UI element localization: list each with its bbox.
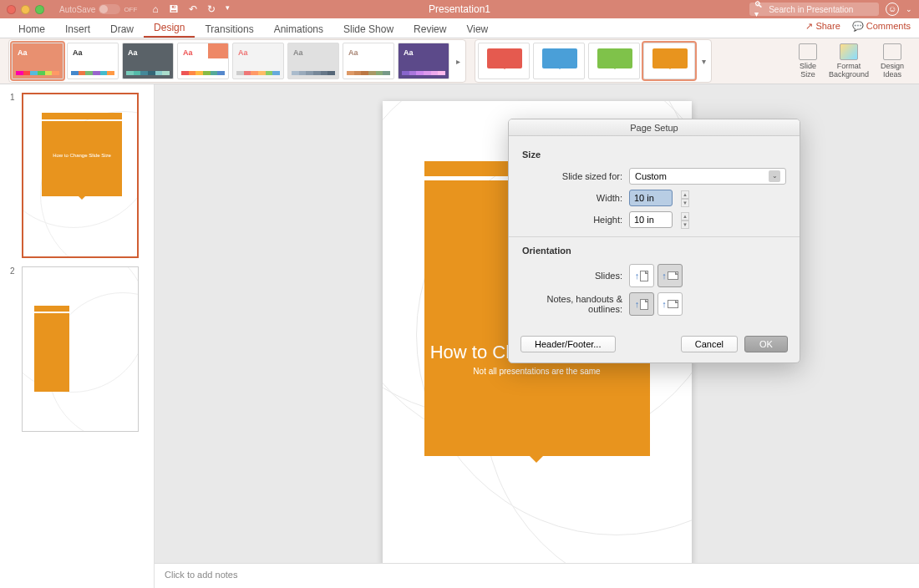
cancel-button[interactable]: Cancel [681,336,738,352]
notes-landscape-button[interactable]: ↑ [658,292,683,316]
titlebar: AutoSave OFF ⌂ 💾︎ ↶ ↻ ▾ Presentation1 🔍︎… [0,0,919,18]
variants-more-icon[interactable]: ▾ [698,57,708,66]
variant-3[interactable] [588,43,640,79]
notes-orient-label: Notes, handouts & outlines: [522,294,629,314]
search-box[interactable]: 🔍︎▾ [749,3,879,16]
slide-number: 2 [10,266,17,432]
document-title: Presentation1 [429,3,490,15]
tab-design[interactable]: Design [144,18,195,38]
share-button[interactable]: ↗ Share [805,21,840,32]
tab-insert[interactable]: Insert [55,20,100,38]
slide-thumbnail-2[interactable] [22,266,139,432]
variant-4[interactable] [643,43,695,79]
slide-size-icon [799,43,817,60]
page-landscape-icon [668,300,678,308]
autosave: AutoSave OFF [59,4,137,14]
theme-thumb-3[interactable]: Aa [122,43,174,79]
themes-more-icon[interactable]: ▸ [453,57,463,66]
notes-pane[interactable]: Click to add notes [155,563,919,588]
slides-orient-label: Slides: [522,271,629,281]
theme-thumb-1[interactable]: Aa [12,43,63,79]
theme-thumb-4[interactable]: Aa [177,43,229,79]
design-ideas-button[interactable]: Design Ideas [881,43,904,79]
ribbon-tabs: Home Insert Draw Design Transitions Anim… [0,18,919,38]
autosave-label: AutoSave [59,5,95,14]
sized-for-label: Slide sized for: [522,171,629,181]
ribbon-design: Aa Aa Aa Aa Aa Aa Aa Aa [0,38,919,84]
variant-1[interactable] [478,43,530,79]
page-setup-dialog: Page Setup Size Slide sized for: Custom … [508,119,800,363]
width-stepper[interactable]: ▲▼ [681,190,689,205]
slide-size-button[interactable]: Slide Size [799,43,817,79]
page-portrait-icon [640,271,648,281]
width-input[interactable] [629,190,673,206]
close-window-icon[interactable] [7,5,16,14]
slide-thumbnail-1[interactable]: How to Change Slide Size [22,93,139,258]
slide-panel: 1 How to Change Slide Size 2 [0,84,155,588]
autosave-state: OFF [124,6,137,13]
sized-for-select[interactable]: Custom ⌄ [629,168,786,185]
search-input[interactable] [769,5,874,14]
height-input[interactable] [629,211,673,228]
slides-portrait-button[interactable]: ↑ [629,264,654,287]
tab-draw[interactable]: Draw [100,20,144,38]
tab-slideshow[interactable]: Slide Show [333,20,404,38]
slide-subtitle[interactable]: Not all presentations are the same [424,367,650,376]
format-background-icon [840,43,858,60]
variant-2[interactable] [533,43,585,79]
width-label: Width: [522,193,629,203]
account-chevron-icon[interactable]: ⌄ [906,5,912,13]
variants-gallery: ▾ [475,39,712,83]
page-landscape-icon [668,271,678,280]
tab-home[interactable]: Home [8,20,55,38]
size-heading: Size [522,150,786,160]
user-account-icon[interactable]: ☺ [886,3,899,16]
undo-icon[interactable]: ↶ [189,3,197,15]
tab-animations[interactable]: Animations [264,20,333,38]
quick-access-toolbar: ⌂ 💾︎ ↶ ↻ ▾ [152,3,229,15]
format-background-button[interactable]: Format Background [829,43,869,79]
slides-landscape-button[interactable]: ↑ [658,264,683,287]
comments-button[interactable]: 💬 Comments [852,21,911,32]
autosave-toggle[interactable] [99,4,120,14]
ok-button[interactable]: OK [744,336,788,352]
theme-thumb-6[interactable]: Aa [287,43,339,79]
height-stepper[interactable]: ▲▼ [681,212,689,227]
home-icon[interactable]: ⌂ [152,3,158,15]
chevron-down-icon: ⌄ [769,170,780,182]
theme-thumb-8[interactable]: Aa [398,43,449,79]
tab-transitions[interactable]: Transitions [195,20,263,38]
height-label: Height: [522,215,629,225]
window-controls [7,5,44,14]
save-icon[interactable]: 💾︎ [169,3,179,15]
notes-portrait-button[interactable]: ↑ [629,292,654,316]
themes-gallery: Aa Aa Aa Aa Aa Aa Aa Aa [8,39,466,83]
dialog-title: Page Setup [509,119,800,136]
design-tools: Slide Size Format Background Design Idea… [792,43,911,79]
orientation-heading: Orientation [522,246,786,256]
search-icon: 🔍︎▾ [754,0,765,18]
theme-thumb-2[interactable]: Aa [67,43,119,79]
theme-thumb-5[interactable]: Aa [232,43,284,79]
tab-review[interactable]: Review [404,20,456,38]
slide-number: 1 [10,93,17,258]
tab-view[interactable]: View [456,20,498,38]
header-footer-button[interactable]: Header/Footer... [520,336,616,352]
maximize-window-icon[interactable] [35,5,44,14]
minimize-window-icon[interactable] [21,5,30,14]
page-portrait-icon [640,299,648,310]
theme-thumb-7[interactable]: Aa [343,43,394,79]
design-ideas-icon [883,43,901,60]
more-icon[interactable]: ▾ [226,3,230,15]
redo-icon[interactable]: ↻ [207,3,216,15]
